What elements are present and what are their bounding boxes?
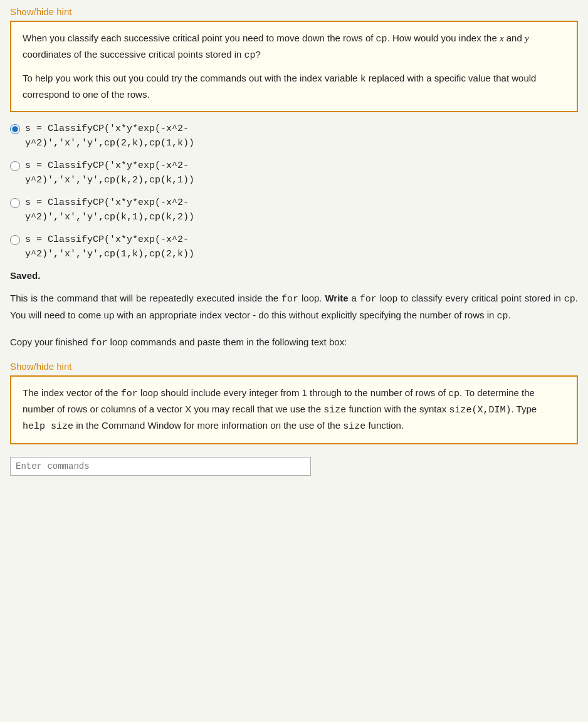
radio-option-3[interactable]: s = ClassifyCP('x*y*exp(-x^2-y^2)','x','… bbox=[10, 196, 578, 224]
radio-option-1[interactable]: s = ClassifyCP('x*y*exp(-x^2-y^2)','x','… bbox=[10, 122, 578, 150]
commands-input[interactable] bbox=[10, 457, 311, 476]
hint1-box: When you classify each successive critic… bbox=[10, 21, 578, 112]
saved-label: Saved. bbox=[10, 270, 578, 281]
hint2-toggle[interactable]: Show/hide hint bbox=[10, 361, 71, 372]
radio-label-4[interactable]: s = ClassifyCP('x*y*exp(-x^2-y^2)','x','… bbox=[25, 233, 194, 261]
radio-input-3[interactable] bbox=[10, 198, 20, 208]
hint1-para2: To help you work this out you could try … bbox=[23, 71, 565, 102]
radio-input-2[interactable] bbox=[10, 161, 20, 171]
main-paragraph-1: This is the command that will be repeate… bbox=[10, 291, 578, 325]
radio-option-2[interactable]: s = ClassifyCP('x*y*exp(-x^2-y^2)','x','… bbox=[10, 159, 578, 187]
radio-label-1[interactable]: s = ClassifyCP('x*y*exp(-x^2-y^2)','x','… bbox=[25, 122, 194, 150]
radio-input-4[interactable] bbox=[10, 235, 20, 245]
main-paragraph-2: Copy your finished for loop commands and… bbox=[10, 335, 578, 352]
hint2-para1: The index vector of the for loop should … bbox=[23, 385, 565, 434]
radio-input-1[interactable] bbox=[10, 124, 20, 134]
text-input-container bbox=[10, 454, 578, 476]
radio-label-3[interactable]: s = ClassifyCP('x*y*exp(-x^2-y^2)','x','… bbox=[25, 196, 194, 224]
hint2-box: The index vector of the for loop should … bbox=[10, 375, 578, 444]
page-container: Show/hide hint When you classify each su… bbox=[0, 0, 588, 482]
radio-label-2[interactable]: s = ClassifyCP('x*y*exp(-x^2-y^2)','x','… bbox=[25, 159, 194, 187]
hint1-toggle[interactable]: Show/hide hint bbox=[10, 6, 71, 17]
radio-option-4[interactable]: s = ClassifyCP('x*y*exp(-x^2-y^2)','x','… bbox=[10, 233, 578, 261]
radio-group: s = ClassifyCP('x*y*exp(-x^2-y^2)','x','… bbox=[10, 122, 578, 261]
hint1-para1: When you classify each successive critic… bbox=[23, 31, 565, 63]
